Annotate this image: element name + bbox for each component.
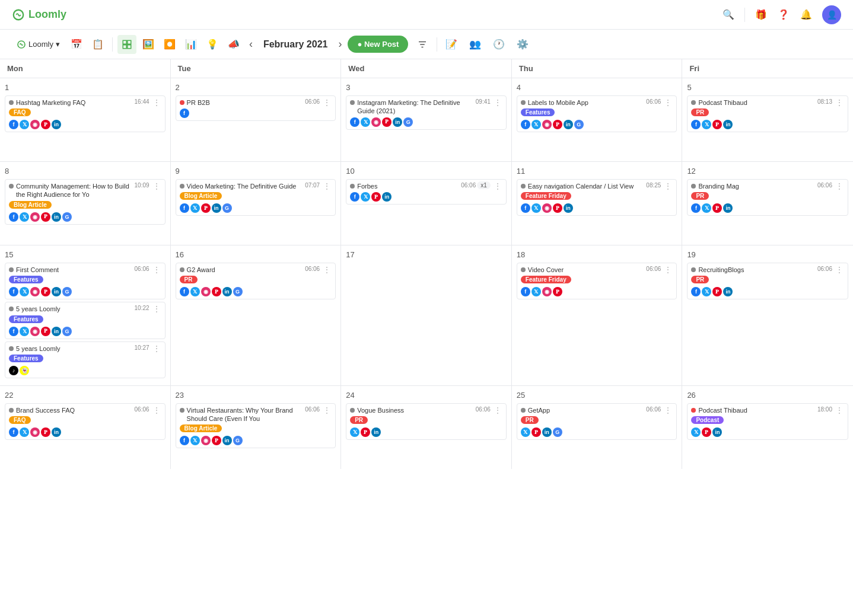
post-item[interactable]: Labels to Mobile App06:06⋮Featuresf𝕏◉𝐏in… xyxy=(517,95,677,132)
calendar-cell-15[interactable]: 15First Comment06:06⋮Featuresf𝕏◉𝐏inG5 ye… xyxy=(0,245,171,385)
post-more-btn[interactable]: ⋮ xyxy=(152,266,161,274)
day-header-mon: Mon xyxy=(0,59,171,78)
post-more-btn[interactable]: ⋮ xyxy=(663,98,673,107)
calendar-cell-2[interactable]: 2PR B2B06:06⋮f xyxy=(171,78,342,161)
calendar-cell-17[interactable]: 17 xyxy=(341,245,512,385)
calendar-cell-8[interactable]: 8Community Management: How to Build the … xyxy=(0,162,171,245)
calendar-cell-25[interactable]: 25GetApp06:06⋮PR𝕏𝐏inG xyxy=(512,386,683,469)
post-more-btn[interactable]: ⋮ xyxy=(493,98,502,107)
post-more-btn[interactable]: ⋮ xyxy=(152,344,161,353)
loomly-dropdown-button[interactable]: Loomly ▾ xyxy=(12,37,65,52)
post-item[interactable]: G2 Award06:06⋮PRf𝕏◉𝐏inG xyxy=(176,263,336,299)
post-item[interactable]: Podcast Thibaud08:13⋮PRf𝕏𝐏in xyxy=(687,95,848,132)
post-more-btn[interactable]: ⋮ xyxy=(322,98,332,107)
calendar-cell-18[interactable]: 18Video Cover06:06⋮Feature Fridayf𝕏◉𝐏 xyxy=(512,245,683,385)
post-item[interactable]: RecruitingBlogs06:06⋮PRf𝕏𝐏in xyxy=(687,263,848,299)
post-item[interactable]: Vogue Business06:06⋮PR𝕏𝐏in xyxy=(346,403,507,440)
tw-icon: 𝕏 xyxy=(531,203,541,213)
tw-icon: 𝕏 xyxy=(702,203,711,213)
post-item[interactable]: Virtual Restaurants: Why Your Brand Shou… xyxy=(176,403,336,449)
post-item[interactable]: First Comment06:06⋮Featuresf𝕏◉𝐏inG xyxy=(5,263,165,299)
post-more-btn[interactable]: ⋮ xyxy=(322,406,332,414)
post-item[interactable]: Video Marketing: The Definitive Guide07:… xyxy=(176,179,336,216)
post-item[interactable]: 5 years Loomly10:22⋮Featuresf𝕏◉𝐏inG xyxy=(5,302,165,339)
cell-date: 12 xyxy=(687,167,848,175)
team-btn[interactable]: 👥 xyxy=(466,35,485,54)
post-more-btn[interactable]: ⋮ xyxy=(322,182,332,190)
list-view-btn[interactable]: 📋 xyxy=(88,35,107,54)
history-btn[interactable]: 🕐 xyxy=(489,35,508,54)
calendar-cell-10[interactable]: 10Forbes06:06x1⋮f𝕏𝐏in xyxy=(341,162,512,245)
next-month-btn[interactable]: › xyxy=(335,37,345,52)
post-item[interactable]: Easy navigation Calendar / List View08:2… xyxy=(517,179,677,216)
filter-button[interactable] xyxy=(413,35,432,54)
post-more-btn[interactable]: ⋮ xyxy=(152,406,161,414)
post-more-btn[interactable]: ⋮ xyxy=(663,406,673,414)
tiktok-icon: ♪ xyxy=(9,366,18,375)
pi-icon: 𝐏 xyxy=(41,287,50,296)
calendar-cell-3[interactable]: 3Instagram Marketing: The Definitive Gui… xyxy=(341,78,512,161)
post-more-btn[interactable]: ⋮ xyxy=(152,305,161,313)
post-item[interactable]: PR B2B06:06⋮f xyxy=(176,95,336,121)
chart-btn[interactable]: 📊 xyxy=(182,35,200,54)
post-more-btn[interactable]: ⋮ xyxy=(152,182,161,190)
idea-btn[interactable]: 💡 xyxy=(203,35,222,54)
post-more-btn[interactable]: ⋮ xyxy=(663,182,673,190)
post-item[interactable]: Brand Success FAQ06:06⋮FAQf𝕏◉𝐏in xyxy=(5,403,165,440)
calendar-cell-1[interactable]: 1Hashtag Marketing FAQ16:44⋮FAQf𝕏◉𝐏in xyxy=(0,78,171,161)
post-item[interactable]: Branding Mag06:06⋮PRf𝕏𝐏in xyxy=(687,179,848,216)
post-more-btn[interactable]: ⋮ xyxy=(835,98,844,107)
svg-rect-4 xyxy=(123,44,126,48)
tw-icon: 𝕏 xyxy=(361,192,370,202)
help-icon[interactable]: ❓ xyxy=(777,8,790,21)
gift-icon[interactable]: 🎁 xyxy=(755,8,768,21)
calendar-cell-26[interactable]: 26Podcast Thibaud18:00⋮Podcast𝕏𝐏in xyxy=(682,386,853,469)
post-more-btn[interactable]: ⋮ xyxy=(835,406,844,414)
prev-month-btn[interactable]: ‹ xyxy=(246,37,256,52)
post-more-btn[interactable]: ⋮ xyxy=(835,266,844,274)
post-item[interactable]: Podcast Thibaud18:00⋮Podcast𝕏𝐏in xyxy=(687,403,848,440)
post-time: 06:06 xyxy=(646,406,661,413)
calendar-cell-24[interactable]: 24Vogue Business06:06⋮PR𝕏𝐏in xyxy=(341,386,512,469)
calendar-cell-9[interactable]: 9Video Marketing: The Definitive Guide07… xyxy=(171,162,342,245)
post-more-btn[interactable]: ⋮ xyxy=(493,182,502,190)
post-more-btn[interactable]: ⋮ xyxy=(835,182,844,190)
post-more-btn[interactable]: ⋮ xyxy=(493,406,502,414)
record-btn[interactable]: ⏺️ xyxy=(160,35,179,54)
calendar-cell-4[interactable]: 4Labels to Mobile App06:06⋮Featuresf𝕏◉𝐏i… xyxy=(512,78,683,161)
calendar-cell-19[interactable]: 19RecruitingBlogs06:06⋮PRf𝕏𝐏in xyxy=(682,245,853,385)
grid-view-btn[interactable] xyxy=(117,35,136,54)
post-item[interactable]: GetApp06:06⋮PR𝕏𝐏inG xyxy=(517,403,677,440)
calendar-cell-5[interactable]: 5Podcast Thibaud08:13⋮PRf𝕏𝐏in xyxy=(682,78,853,161)
new-post-button[interactable]: ● New Post xyxy=(348,36,408,53)
calendar-cell-23[interactable]: 23Virtual Restaurants: Why Your Brand Sh… xyxy=(171,386,342,469)
notes-btn[interactable]: 📝 xyxy=(442,35,461,54)
search-icon[interactable]: 🔍 xyxy=(722,8,735,21)
campaign-btn[interactable]: 📣 xyxy=(224,35,243,54)
logo[interactable]: Loomly xyxy=(12,8,66,21)
post-more-btn[interactable]: ⋮ xyxy=(322,266,332,274)
post-dot xyxy=(521,184,526,189)
post-item[interactable]: Forbes06:06x1⋮f𝕏𝐏in xyxy=(346,179,507,205)
calendar-view-btn[interactable]: 📅 xyxy=(67,35,86,54)
post-time: 06:06 xyxy=(817,182,832,189)
post-title: Branding Mag xyxy=(698,182,815,190)
calendar-cell-16[interactable]: 16G2 Award06:06⋮PRf𝕏◉𝐏inG xyxy=(171,245,342,385)
calendar-cell-11[interactable]: 11Easy navigation Calendar / List View08… xyxy=(512,162,683,245)
avatar[interactable]: 👤 xyxy=(822,5,841,24)
post-item[interactable]: Instagram Marketing: The Definitive Guid… xyxy=(346,95,507,130)
post-item[interactable]: Community Management: How to Build the R… xyxy=(5,179,165,225)
ig-icon: ◉ xyxy=(30,327,40,336)
post-more-btn[interactable]: ⋮ xyxy=(152,98,161,107)
post-more-btn[interactable]: ⋮ xyxy=(663,266,673,274)
image-view-btn[interactable]: 🖼️ xyxy=(139,35,158,54)
post-item[interactable]: Hashtag Marketing FAQ16:44⋮FAQf𝕏◉𝐏in xyxy=(5,95,165,132)
calendar-cell-12[interactable]: 12Branding Mag06:06⋮PRf𝕏𝐏in xyxy=(682,162,853,245)
settings-btn[interactable]: ⚙️ xyxy=(513,35,532,54)
tw-icon: 𝕏 xyxy=(350,427,359,437)
bell-icon[interactable]: 🔔 xyxy=(800,8,813,21)
calendar-cell-22[interactable]: 22Brand Success FAQ06:06⋮FAQf𝕏◉𝐏in xyxy=(0,386,171,469)
pi-icon: 𝐏 xyxy=(553,287,562,296)
post-item[interactable]: 5 years Loomly10:27⋮Features♪👻 xyxy=(5,341,165,378)
post-item[interactable]: Video Cover06:06⋮Feature Fridayf𝕏◉𝐏 xyxy=(517,263,677,299)
